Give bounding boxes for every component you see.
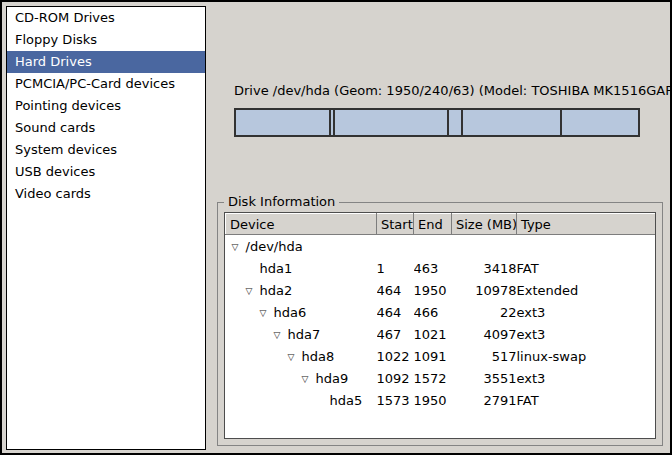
start-cell: 1 bbox=[377, 257, 414, 279]
partition-segment-hda7 bbox=[335, 110, 448, 135]
start-cell: 464 bbox=[377, 279, 414, 301]
device-label: hda8 bbox=[302, 349, 335, 364]
sidebar-item-sound-cards[interactable]: Sound cards bbox=[7, 117, 205, 139]
end-cell: 1091 bbox=[414, 345, 452, 367]
tree-indent bbox=[226, 269, 246, 270]
sidebar-item-pcmcia-pc-card-devices[interactable]: PCMCIA/PC-Card devices bbox=[7, 73, 205, 95]
sidebar-item-usb-devices[interactable]: USB devices bbox=[7, 161, 205, 183]
tree-indent bbox=[226, 313, 260, 314]
size-cell bbox=[452, 235, 517, 258]
tree-expander-icon[interactable]: ▽ bbox=[260, 308, 274, 318]
size-cell: 22 bbox=[452, 301, 517, 323]
device-label: hda5 bbox=[330, 393, 363, 408]
table-row-hda2[interactable]: ▽hda2464195010978Extended bbox=[226, 279, 656, 301]
type-cell: FAT bbox=[517, 389, 656, 411]
column-header-device[interactable]: Device bbox=[226, 214, 377, 235]
disk-information-groupbox: Disk Information Device Start End Size (… bbox=[217, 202, 663, 446]
disk-table: Device Start End Size (MB) Type ▽/dev/hd… bbox=[225, 213, 655, 411]
column-header-end[interactable]: End bbox=[414, 214, 452, 235]
tree-expander-icon[interactable]: ▽ bbox=[302, 374, 316, 384]
disk-table-frame: Device Start End Size (MB) Type ▽/dev/hd… bbox=[224, 212, 656, 439]
sidebar-item-hard-drives[interactable]: Hard Drives bbox=[7, 51, 205, 73]
start-cell: 1022 bbox=[377, 345, 414, 367]
sidebar-item-pointing-devices[interactable]: Pointing devices bbox=[7, 95, 205, 117]
tree-indent bbox=[226, 291, 246, 292]
partition-segment-hda5 bbox=[562, 110, 638, 135]
table-row-hda1[interactable]: hda114633418FAT bbox=[226, 257, 656, 279]
device-label: hda1 bbox=[260, 261, 293, 276]
disk-table-body: ▽/dev/hdahda114633418FAT▽hda246419501097… bbox=[226, 235, 656, 412]
type-cell: linux-swap bbox=[517, 345, 656, 367]
size-cell: 2791 bbox=[452, 389, 517, 411]
table-row-hda9[interactable]: ▽hda9109215723551ext3 bbox=[226, 367, 656, 389]
device-category-list: CD-ROM DrivesFloppy DisksHard DrivesPCMC… bbox=[6, 6, 206, 450]
device-label: hda2 bbox=[260, 283, 293, 298]
end-cell: 1950 bbox=[414, 279, 452, 301]
start-cell: 464 bbox=[377, 301, 414, 323]
table-row-hda8[interactable]: ▽hda810221091517linux-swap bbox=[226, 345, 656, 367]
disk-information-legend: Disk Information bbox=[224, 194, 339, 210]
hardware-browser-window: CD-ROM DrivesFloppy DisksHard DrivesPCMC… bbox=[0, 0, 672, 455]
end-cell: 1572 bbox=[414, 367, 452, 389]
device-label: hda9 bbox=[316, 371, 349, 386]
column-header-start[interactable]: Start bbox=[377, 214, 414, 235]
table-row-hda6[interactable]: ▽hda646446622ext3 bbox=[226, 301, 656, 323]
partition-segment-hda8 bbox=[449, 110, 463, 135]
end-cell: 466 bbox=[414, 301, 452, 323]
column-header-size[interactable]: Size (MB) bbox=[452, 214, 517, 235]
end-cell: 1021 bbox=[414, 323, 452, 345]
start-cell: 467 bbox=[377, 323, 414, 345]
start-cell: 1573 bbox=[377, 389, 414, 411]
end-cell: 463 bbox=[414, 257, 452, 279]
drive-geometry-label: Drive /dev/hda (Geom: 1950/240/63) (Mode… bbox=[234, 83, 640, 98]
partition-segment-hda1 bbox=[236, 110, 331, 135]
tree-expander-icon[interactable]: ▽ bbox=[288, 352, 302, 362]
device-label: hda6 bbox=[274, 305, 307, 320]
tree-indent bbox=[226, 401, 316, 402]
start-cell bbox=[377, 235, 414, 258]
device-label: hda7 bbox=[288, 327, 321, 342]
disk-table-header-row: Device Start End Size (MB) Type bbox=[226, 214, 656, 235]
tree-indent bbox=[226, 379, 302, 380]
device-label: /dev/hda bbox=[246, 239, 303, 254]
size-cell: 517 bbox=[452, 345, 517, 367]
partition-bar bbox=[234, 108, 640, 137]
type-cell: ext3 bbox=[517, 323, 656, 345]
tree-expander-icon[interactable]: ▽ bbox=[246, 286, 260, 296]
sidebar-item-floppy-disks[interactable]: Floppy Disks bbox=[7, 29, 205, 51]
tree-expander-icon[interactable]: ▽ bbox=[274, 330, 288, 340]
type-cell bbox=[517, 235, 656, 258]
start-cell: 1092 bbox=[377, 367, 414, 389]
size-cell: 4097 bbox=[452, 323, 517, 345]
type-cell: Extended bbox=[517, 279, 656, 301]
type-cell: ext3 bbox=[517, 301, 656, 323]
size-cell: 10978 bbox=[452, 279, 517, 301]
size-cell: 3418 bbox=[452, 257, 517, 279]
sidebar-item-system-devices[interactable]: System devices bbox=[7, 139, 205, 161]
type-cell: FAT bbox=[517, 257, 656, 279]
table-row-dev-hda[interactable]: ▽/dev/hda bbox=[226, 235, 656, 258]
sidebar-item-cd-rom-drives[interactable]: CD-ROM Drives bbox=[7, 7, 205, 29]
partition-segment-hda9 bbox=[463, 110, 562, 135]
table-row-hda5[interactable]: hda5157319502791FAT bbox=[226, 389, 656, 411]
end-cell: 1950 bbox=[414, 389, 452, 411]
tree-indent bbox=[226, 357, 288, 358]
table-row-hda7[interactable]: ▽hda746710214097ext3 bbox=[226, 323, 656, 345]
end-cell bbox=[414, 235, 452, 258]
sidebar-item-video-cards[interactable]: Video cards bbox=[7, 183, 205, 205]
size-cell: 3551 bbox=[452, 367, 517, 389]
type-cell: ext3 bbox=[517, 367, 656, 389]
tree-expander-icon[interactable]: ▽ bbox=[232, 242, 246, 252]
tree-indent bbox=[226, 335, 274, 336]
column-header-type[interactable]: Type bbox=[517, 214, 656, 235]
